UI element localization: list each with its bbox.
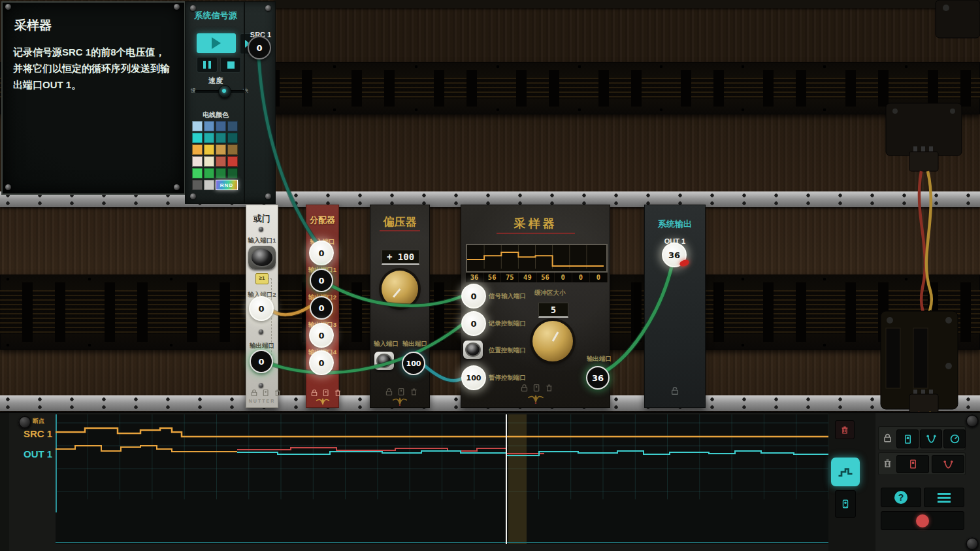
bias-output-label: 输出端口 (400, 340, 429, 348)
or-footer-icons (250, 388, 282, 397)
buffer-value: 49 (519, 273, 536, 282)
wire-color-swatch[interactable] (227, 121, 238, 131)
wire-color-swatch[interactable] (227, 156, 238, 167)
system-output-title: 系统输出 (645, 218, 705, 230)
buffer-value: 0 (555, 273, 572, 282)
wire-color-swatch[interactable] (204, 121, 214, 131)
dist-input-port[interactable]: 0 (309, 241, 334, 265)
sampler-waveform (467, 245, 604, 269)
play-button[interactable] (197, 33, 236, 53)
sampler-buffer-knob[interactable] (532, 321, 573, 361)
wire-color-swatch[interactable] (216, 156, 226, 167)
trash-red-icon (840, 425, 849, 435)
duplicate-icon (397, 387, 406, 397)
or-input1-jack[interactable] (248, 246, 276, 269)
wire-red-icon (943, 459, 954, 469)
bias-input-jack[interactable] (374, 352, 394, 370)
wire-color-swatch[interactable] (227, 133, 238, 143)
random-wire-color-button[interactable]: RND (216, 180, 238, 190)
menu-icon (938, 493, 951, 503)
lock-icon (385, 387, 393, 397)
oscilloscope[interactable] (56, 414, 828, 544)
wire-color-swatch[interactable] (227, 168, 238, 178)
panel-divider (244, 2, 245, 203)
module-red-icon (908, 458, 918, 470)
speed-slider-knob[interactable] (218, 85, 231, 98)
sampler-buffer-size-label: 缓冲区大小 (534, 289, 566, 297)
src1-port[interactable]: 0 (248, 36, 271, 59)
module-icon (903, 433, 913, 445)
or-output-port[interactable]: 0 (250, 350, 273, 373)
wire-color-swatch[interactable] (192, 133, 203, 143)
duplicate-icon (532, 383, 541, 393)
wire-color-swatch[interactable] (192, 180, 203, 190)
buffer-value: 56 (537, 273, 555, 282)
control-panel: ? (875, 413, 980, 551)
wire-color-swatch[interactable] (216, 144, 226, 155)
or-input2-port[interactable]: 0 (249, 296, 274, 321)
delete-modules-button[interactable] (896, 455, 929, 473)
wire-color-swatch[interactable] (204, 168, 214, 178)
wire-color-swatch[interactable] (204, 144, 214, 155)
help-icon: ? (894, 491, 907, 504)
sampler-pause-port[interactable]: 100 (461, 365, 486, 390)
dist-output2-port[interactable]: 0 (310, 296, 333, 320)
wire-color-swatch[interactable] (216, 168, 226, 178)
panel-screw (18, 416, 31, 429)
bias-knob[interactable] (382, 271, 418, 307)
brand-crest-icon (316, 398, 330, 406)
play-icon (212, 37, 221, 49)
wire-color-swatch[interactable] (204, 133, 214, 143)
delete-selection-button[interactable] (835, 420, 855, 439)
sampler-buffer-values: 3656754956000 (466, 273, 608, 282)
scope-traces (56, 414, 828, 544)
menu-button[interactable] (924, 488, 964, 507)
sampler-output-port[interactable]: 36 (586, 366, 610, 390)
buffer-value: 0 (572, 273, 590, 282)
wire-color-swatch[interactable] (227, 144, 238, 155)
breakpoint-label: 断点 (33, 417, 44, 426)
sampler-title: 采样器 (461, 216, 610, 231)
wire-color-swatch[interactable] (192, 168, 203, 178)
wire-color-swatch[interactable] (216, 121, 226, 131)
sampler-signal-input-port[interactable]: 0 (461, 284, 486, 309)
bias-offset-display[interactable]: + 100 (382, 250, 419, 265)
dist-output1-port[interactable]: 0 (310, 269, 333, 292)
sampler-buffer-display (466, 244, 608, 273)
wire-color-swatch[interactable] (192, 144, 203, 155)
lock-icon (520, 383, 529, 393)
sampler-buffer-size-display[interactable]: 5 (538, 303, 568, 318)
buffer-value: 75 (501, 273, 519, 282)
trash-icon (274, 388, 282, 397)
module-bias[interactable]: 偏压器 + 100 输入端口 输出端口 (370, 205, 430, 408)
record-button[interactable] (881, 511, 964, 530)
delete-wires-button[interactable] (932, 455, 964, 473)
module-view-button[interactable] (835, 490, 856, 518)
lock-open-icon (670, 386, 679, 396)
sampler-position-jack[interactable] (463, 341, 483, 359)
scope-view-toggle-button[interactable] (831, 458, 860, 486)
dist-output3-port[interactable]: 0 (309, 323, 334, 348)
lock-icon (310, 388, 318, 397)
help-button[interactable]: ? (881, 488, 921, 507)
dist-output4-port[interactable]: 0 (309, 350, 334, 375)
bias-output-port[interactable]: 100 (402, 352, 425, 375)
stop-button[interactable] (220, 57, 241, 73)
wire-color-swatch[interactable] (192, 121, 203, 131)
module-system-output[interactable]: 系统输出 OUT 1 (644, 205, 706, 408)
or-gate-title: 或门 (246, 213, 278, 225)
wire-color-swatch[interactable] (204, 180, 214, 190)
pause-button[interactable] (197, 57, 218, 73)
wire-color-swatch[interactable] (216, 133, 226, 143)
sampler-pause-label: 暂停控制端口 (489, 374, 526, 382)
lock-wire-button[interactable] (920, 429, 942, 448)
wire-color-swatch[interactable] (192, 156, 203, 167)
signal-source-title: 系统信号源 (186, 10, 246, 22)
lock-timer-button[interactable] (943, 429, 966, 448)
lock-icon (883, 432, 892, 444)
bias-footer-icons (385, 387, 418, 397)
buffer-value: 0 (590, 273, 608, 282)
wire-color-swatch[interactable] (204, 156, 214, 167)
sampler-record-port[interactable]: 0 (461, 311, 486, 336)
lock-module-button[interactable] (896, 429, 919, 448)
